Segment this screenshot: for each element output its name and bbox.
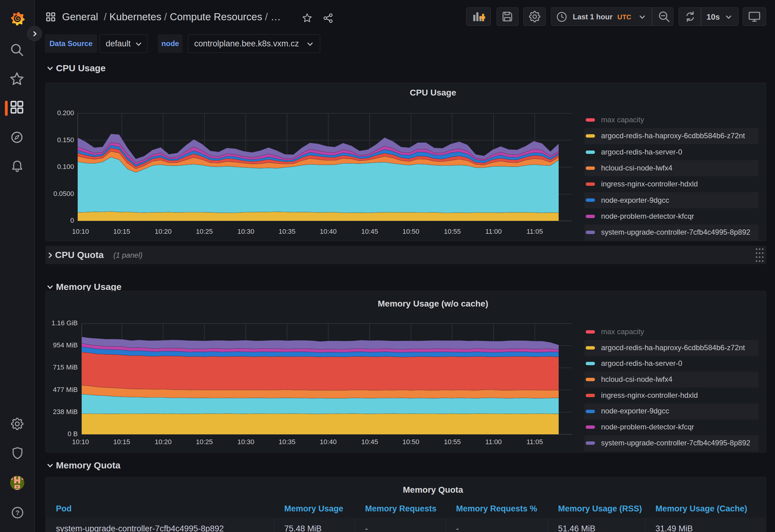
svg-text:?: ? xyxy=(15,509,19,517)
